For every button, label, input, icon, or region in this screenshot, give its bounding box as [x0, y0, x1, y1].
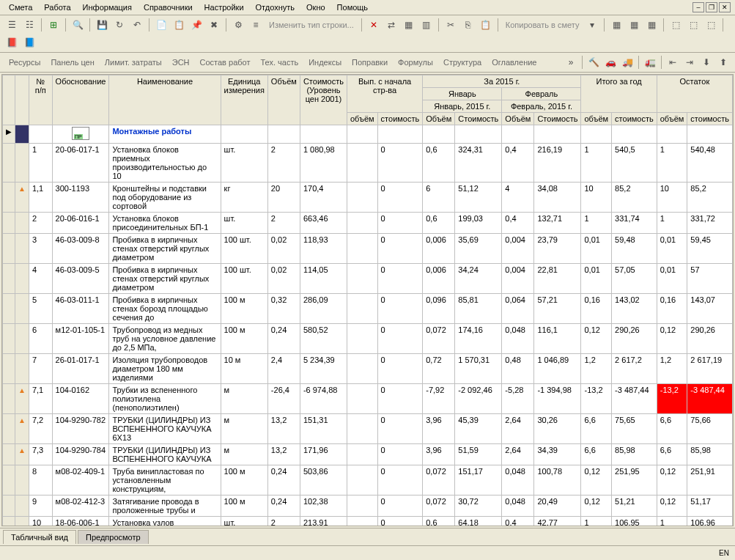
restore-button[interactable]: ❐ — [706, 2, 717, 12]
col-cost[interactable]: Стоимость (Уровень цен 2001) — [300, 75, 347, 125]
col-feb-full[interactable]: Февраль, 2015 г. — [502, 100, 581, 113]
col-name[interactable]: Наименование — [109, 75, 221, 125]
car2-icon[interactable]: 🚚 — [620, 55, 635, 70]
col-since[interactable]: Вып. с начала стр-ва — [347, 75, 422, 113]
col-yeartotal[interactable]: Итого за год — [581, 75, 657, 113]
remove-icon[interactable]: ✕ — [366, 18, 381, 32]
search-icon[interactable]: 🔍 — [70, 18, 85, 32]
data-grid[interactable]: № п/п Обоснование Наименование Единица и… — [1, 74, 734, 526]
col-year[interactable]: За 2015 г. — [423, 75, 581, 88]
collapse-icon[interactable]: ⬚ — [703, 18, 718, 32]
tab-tech[interactable]: Тех. часть — [256, 56, 303, 68]
menu-window[interactable]: Окно — [302, 1, 330, 13]
undo-icon[interactable]: ↶ — [130, 18, 144, 32]
sub-yvol[interactable]: объём — [581, 113, 612, 125]
table-row[interactable]: 9м08-02-412-3Затягивание провода в проло… — [3, 495, 733, 517]
paste2-icon[interactable]: 📋 — [479, 18, 493, 32]
chevron-right-icon[interactable]: » — [564, 55, 578, 70]
tab-toc[interactable]: Оглавление — [487, 56, 541, 68]
gear-icon[interactable]: ⚙ — [231, 18, 245, 32]
tab-sostav[interactable]: Состав работ — [196, 56, 255, 68]
menu-info[interactable]: Информация — [78, 1, 136, 13]
paste-icon[interactable]: 📌 — [189, 18, 204, 32]
table-row[interactable]: ▲7,1104-0162Трубки из вспененного полиэт… — [3, 384, 733, 414]
menu-refs[interactable]: Справочники — [139, 1, 197, 13]
close-button[interactable]: ✕ — [719, 2, 731, 12]
refresh-icon[interactable]: ↻ — [112, 18, 127, 32]
copy-icon[interactable]: 📋 — [171, 18, 186, 32]
grid3-icon[interactable]: ▦ — [644, 18, 659, 32]
tab-pricepanel[interactable]: Панель цен — [46, 56, 98, 68]
change-line-type[interactable]: Изменить тип строки... — [266, 21, 357, 29]
table-row[interactable]: ▲7,2104-9290-782ТРУБКИ (ЦИЛИНДРЫ) ИЗ ВСП… — [3, 414, 733, 444]
table-row[interactable]: 726-01-017-1Изоляция трубопроводов диаме… — [3, 354, 733, 384]
col-npp[interactable]: № п/п — [29, 75, 52, 125]
col-feb[interactable]: Февраль — [502, 88, 581, 100]
tab-limit[interactable]: Лимит. затраты — [100, 56, 166, 68]
up-icon[interactable]: ⬆ — [716, 55, 731, 70]
col-jan-full[interactable]: Январь, 2015 г. — [423, 100, 502, 113]
table-row[interactable]: 120-06-017-1Установка блоков приемных пр… — [3, 144, 733, 183]
table-row[interactable]: 8м08-02-409-1Труба винипластовая по уста… — [3, 465, 733, 495]
table-row[interactable]: 6м12-01-105-1Трубопровод из медных труб … — [3, 324, 733, 354]
table-row[interactable]: ▲1,1300-1193Кронштейны и подставки под о… — [3, 183, 733, 213]
tree-icon[interactable]: ☰ — [4, 18, 19, 32]
table-row[interactable]: 346-03-009-8Пробивка в кирпичных стенах … — [3, 234, 733, 264]
sub-jcst[interactable]: Стоимость — [455, 113, 502, 125]
sub-rcst[interactable]: стоимость — [687, 113, 733, 125]
tab-preview[interactable]: Предпросмотр — [78, 530, 149, 544]
tab-indexes[interactable]: Индексы — [304, 56, 346, 68]
minimize-button[interactable]: – — [692, 2, 704, 12]
tab-resources[interactable]: Ресурсы — [4, 56, 45, 68]
cols2-icon[interactable]: ▥ — [419, 18, 434, 32]
sub-ycst[interactable]: стоимость — [612, 113, 657, 125]
copy2-icon[interactable]: ⎘ — [461, 18, 476, 32]
delete-icon[interactable]: ✖ — [207, 18, 221, 32]
col-vol[interactable]: Объём — [267, 75, 300, 125]
menu-smeta[interactable]: Смета — [4, 1, 37, 13]
col-remainder[interactable]: Остаток — [657, 75, 732, 113]
table-row[interactable]: ▲7,3104-9290-784ТРУБКИ (ЦИЛИНДРЫ) ИЗ ВСП… — [3, 444, 733, 465]
sub-cst[interactable]: стоимость — [377, 113, 423, 125]
col-unit[interactable]: Единица измерения — [221, 75, 267, 125]
cut-icon[interactable]: ✂ — [443, 18, 458, 32]
col-basis[interactable]: Обоснование — [52, 75, 109, 125]
tool-icon[interactable]: 🔨 — [586, 55, 601, 70]
save-icon[interactable]: 💾 — [95, 18, 109, 32]
link-icon[interactable]: ⇄ — [384, 18, 399, 32]
sub-fcst[interactable]: Стоимость — [534, 113, 581, 125]
book-icon[interactable]: 📕 — [4, 35, 19, 50]
col-jan[interactable]: Январь — [423, 88, 502, 100]
grid2-icon[interactable]: ▦ — [627, 18, 641, 32]
outdent-icon[interactable]: ⬚ — [686, 18, 701, 32]
copy-to-smeta[interactable]: Копировать в смету — [503, 21, 583, 29]
table-row[interactable]: 1018-06-006-1Установка узлов конденсатоо… — [3, 517, 733, 527]
right-align-icon[interactable]: ⇥ — [682, 55, 697, 70]
tab-esn[interactable]: ЭСН — [168, 56, 194, 68]
indent-icon[interactable]: ⬚ — [668, 18, 683, 32]
tab-table-view[interactable]: Табличный вид — [3, 530, 76, 544]
dropdown-icon[interactable]: ▾ — [585, 18, 599, 32]
grid1-icon[interactable]: ▦ — [609, 18, 624, 32]
car3-icon[interactable]: 🚛 — [643, 55, 657, 70]
sub-jvol[interactable]: Объём — [423, 113, 455, 125]
menu-rest[interactable]: Отдохнуть — [251, 1, 300, 13]
cols-icon[interactable]: ▦ — [402, 18, 416, 32]
menu-rabota[interactable]: Работа — [40, 1, 75, 13]
doc-icon[interactable]: 📄 — [154, 18, 169, 32]
list-icon[interactable]: ≡ — [248, 18, 263, 32]
book2-icon[interactable]: 📘 — [22, 35, 37, 50]
sub-fvol[interactable]: Объём — [502, 113, 534, 125]
menu-settings[interactable]: Настройки — [200, 1, 248, 13]
tab-corrections[interactable]: Поправки — [347, 56, 392, 68]
table-row[interactable]: 546-03-011-1Пробивка в кирпичных стенах … — [3, 294, 733, 324]
menu-help[interactable]: Помощь — [333, 1, 373, 13]
left-align-icon[interactable]: ⇤ — [665, 55, 680, 70]
down-icon[interactable]: ⬇ — [699, 55, 714, 70]
tab-formulas[interactable]: Формулы — [394, 56, 437, 68]
tree2-icon[interactable]: ☷ — [22, 18, 37, 32]
excel-icon[interactable]: ⊞ — [46, 18, 61, 32]
sub-rvol[interactable]: объём — [657, 113, 687, 125]
tab-structure[interactable]: Структура — [439, 56, 486, 68]
sub-vol[interactable]: объём — [347, 113, 377, 125]
